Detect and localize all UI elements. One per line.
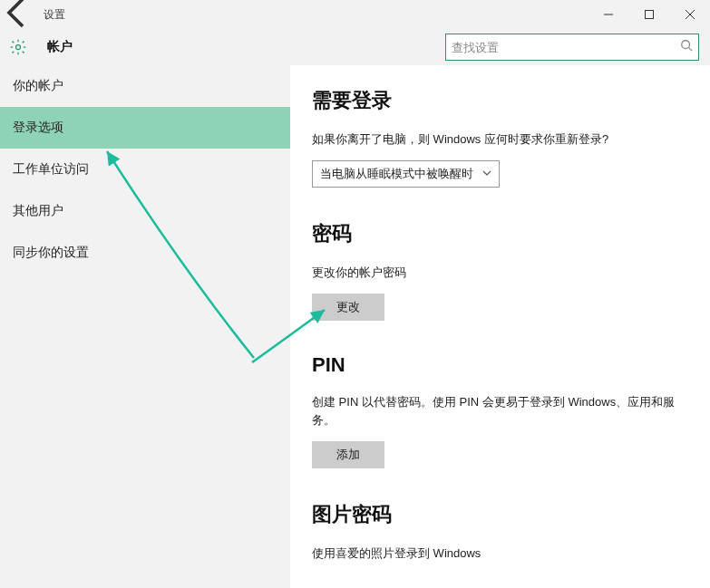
svg-line-6 [689,48,693,52]
sidebar-item-label: 工作单位访问 [13,161,89,178]
search-input[interactable] [452,41,680,54]
title-bar: 设置 [0,0,710,29]
pin-desc: 创建 PIN 以代替密码。使用 PIN 会更易于登录到 Windows、应用和服… [312,393,692,431]
sidebar-item-other-users[interactable]: 其他用户 [0,190,290,232]
chevron-down-icon [482,167,491,180]
sidebar-item-label: 同步你的设置 [13,245,89,261]
svg-point-4 [16,45,21,50]
back-button[interactable] [0,0,36,34]
sidebar-item-signin-options[interactable]: 登录选项 [0,107,290,149]
search-box[interactable] [445,34,699,61]
svg-rect-1 [645,11,653,19]
heading-signin: 需要登录 [312,87,692,114]
search-icon [680,39,693,55]
sidebar-item-your-account[interactable]: 你的帐户 [0,65,290,107]
sidebar-item-label: 登录选项 [13,120,63,136]
header-row: 帐户 [0,29,710,65]
sidebar-item-label: 你的帐户 [13,78,63,94]
sidebar-item-work-access[interactable]: 工作单位访问 [0,149,290,190]
content-area: 需要登录 如果你离开了电脑，则 Windows 应何时要求你重新登录? 当电脑从… [290,65,710,588]
minimize-button[interactable] [588,0,628,29]
picture-desc: 使用喜爱的照片登录到 Windows [312,545,692,564]
sidebar: 你的帐户 登录选项 工作单位访问 其他用户 同步你的设置 [0,65,290,588]
window-title: 设置 [44,7,65,23]
change-password-button[interactable]: 更改 [312,294,384,321]
dropdown-value: 当电脑从睡眠模式中被唤醒时 [320,166,473,182]
heading-picture-password: 图片密码 [312,501,692,528]
sidebar-item-sync-settings[interactable]: 同步你的设置 [0,232,290,274]
add-pin-button[interactable]: 添加 [312,441,384,468]
gear-icon [0,38,36,56]
sidebar-item-label: 其他用户 [13,203,63,219]
heading-password: 密码 [312,220,692,247]
close-button[interactable] [669,0,710,29]
heading-pin: PIN [312,353,692,377]
maximize-button[interactable] [628,0,669,29]
signin-dropdown[interactable]: 当电脑从睡眠模式中被唤醒时 [312,160,500,188]
password-desc: 更改你的帐户密码 [312,264,692,283]
signin-desc: 如果你离开了电脑，则 Windows 应何时要求你重新登录? [312,130,692,149]
section-title: 帐户 [47,39,73,55]
svg-point-5 [682,41,690,49]
